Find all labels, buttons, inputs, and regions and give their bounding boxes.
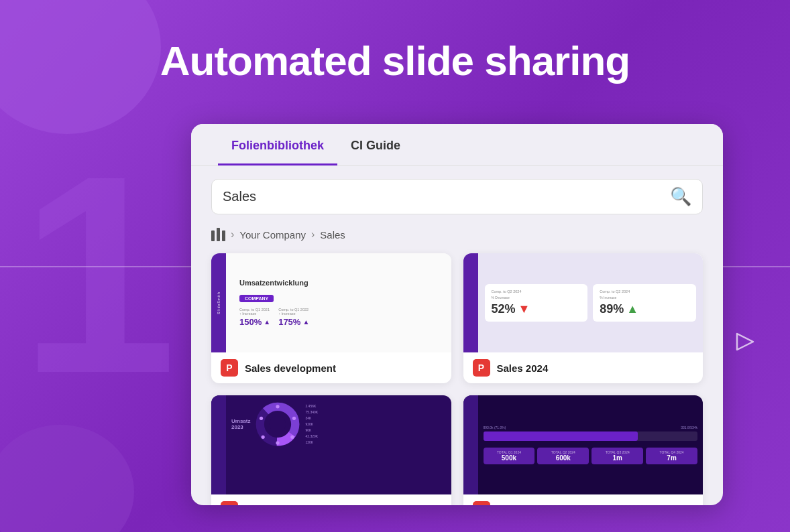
- slide-card-4[interactable]: 893.0k (71.0%) 331.8/534k TOTAL Q1 2024 …: [463, 395, 703, 505]
- slides-grid: SlideSmith Umsatzentwicklung COMPANY Com…: [211, 253, 703, 505]
- slide-card-2[interactable]: Comp. to Q2 2024 % Decrease 52% ▼ Comp. …: [463, 253, 703, 383]
- total-card-3: TOTAL Q3 2024 1m: [591, 448, 643, 464]
- slide-thumb-3: Umsatz2023: [211, 395, 451, 494]
- slide-thumb-4: 893.0k (71.0%) 331.8/534k TOTAL Q1 2024 …: [463, 395, 703, 494]
- decorative-number: 1: [20, 134, 177, 415]
- breadcrumb: › Your Company › Sales: [211, 228, 703, 241]
- thumb-sidebar-1: SlideSmith: [211, 253, 226, 352]
- thumb-sidebar-4: [463, 395, 478, 494]
- slide-name-3: Umsatz 2023: [245, 505, 306, 506]
- svg-point-3: [270, 416, 286, 433]
- total-card-4: TOTAL Q4 2024 7m: [646, 448, 697, 464]
- umsatz-label: Umsatz2023: [231, 418, 250, 430]
- slide-footer-3: P Umsatz 2023: [211, 494, 451, 505]
- trend-up-2: ▲: [302, 318, 309, 326]
- company-badge: COMPANY: [239, 295, 274, 302]
- svg-point-6: [291, 436, 294, 439]
- slide-card-1[interactable]: SlideSmith Umsatzentwicklung COMPANY Com…: [211, 253, 451, 383]
- totals-grid: TOTAL Q1 2024 500k TOTAL Q2 2024 600k TO…: [484, 448, 698, 464]
- svg-point-8: [260, 417, 263, 420]
- svg-point-5: [292, 417, 296, 420]
- tabs-bar: Folienbibliothek CI Guide: [191, 124, 723, 165]
- slide-name-4: Sales totals: [497, 505, 553, 506]
- panel-content: 🔍 › Your Company › Sales SlideSmith Ums: [191, 165, 723, 505]
- thumb-sidebar-3: [211, 395, 226, 494]
- page-title: Automated slide sharing: [0, 37, 790, 84]
- slide-footer-1: P Sales development: [211, 352, 451, 383]
- total-card-2: TOTAL Q2 2024 600k: [537, 448, 589, 464]
- library-icon: [211, 228, 225, 241]
- ppt-icon-1: P: [221, 359, 238, 377]
- tab-folienbibliothek[interactable]: Folienbibliothek: [218, 124, 337, 165]
- slide-thumb-1: SlideSmith Umsatzentwicklung COMPANY Com…: [211, 253, 451, 352]
- thumb-sidebar-2: [463, 253, 478, 352]
- slide-thumb-2: Comp. to Q2 2024 % Decrease 52% ▼ Comp. …: [463, 253, 703, 352]
- chart-labels: 2.456K 75.340K 34K 920K: [305, 404, 318, 444]
- svg-point-4: [276, 405, 280, 408]
- thumb-title-1: Umsatzentwicklung: [239, 279, 442, 287]
- breadcrumb-sales[interactable]: Sales: [320, 229, 345, 241]
- search-bar: 🔍: [211, 179, 703, 214]
- total-card-1: TOTAL Q1 2024 500k: [484, 448, 535, 464]
- slide-name-2: Sales 2024: [497, 362, 549, 374]
- slide-footer-2: P Sales 2024: [463, 352, 703, 383]
- tab-ci-guide[interactable]: CI Guide: [337, 124, 414, 165]
- trend-up-1: ▲: [264, 318, 270, 326]
- svg-marker-10: [737, 334, 753, 350]
- breadcrumb-sep-1: ›: [231, 228, 234, 241]
- main-panel: Folienbibliothek CI Guide 🔍 › Your Compa…: [191, 124, 723, 505]
- svg-point-9: [276, 441, 280, 444]
- ppt-icon-3: P: [221, 501, 238, 505]
- breadcrumb-company[interactable]: Your Company: [239, 229, 306, 241]
- thumb-stat-1: Comp. to Q1 2021↑ Increase 150% ▲: [239, 308, 270, 327]
- slide-footer-4: P Sales totals: [463, 494, 703, 505]
- thumb-2-card-2: Comp. to Q2 2024 % Increase 89% ▲: [593, 284, 696, 322]
- breadcrumb-sep-2: ›: [311, 228, 315, 241]
- trend-down: ▼: [518, 302, 530, 316]
- progress-bar-bg: [484, 431, 698, 441]
- thumb-stat-2: Comp. to Q1 2022↑ Increase 175% ▲: [278, 308, 309, 327]
- trend-up2: ▲: [626, 302, 638, 316]
- slide-card-3[interactable]: Umsatz2023: [211, 395, 451, 505]
- ppt-icon-2: P: [473, 359, 490, 377]
- ppt-icon-4: P: [473, 501, 490, 505]
- donut-chart: [254, 401, 301, 448]
- thumb-2-card-1: Comp. to Q2 2024 % Decrease 52% ▼: [485, 284, 588, 322]
- search-input[interactable]: [223, 189, 670, 204]
- thumb-stats-row: Comp. to Q1 2021↑ Increase 150% ▲ Comp. …: [239, 308, 442, 327]
- next-arrow-button[interactable]: [728, 325, 762, 358]
- slide-name-1: Sales development: [245, 362, 336, 374]
- search-icon[interactable]: 🔍: [670, 186, 691, 207]
- svg-point-7: [262, 436, 265, 439]
- progress-bar-fill: [484, 431, 638, 441]
